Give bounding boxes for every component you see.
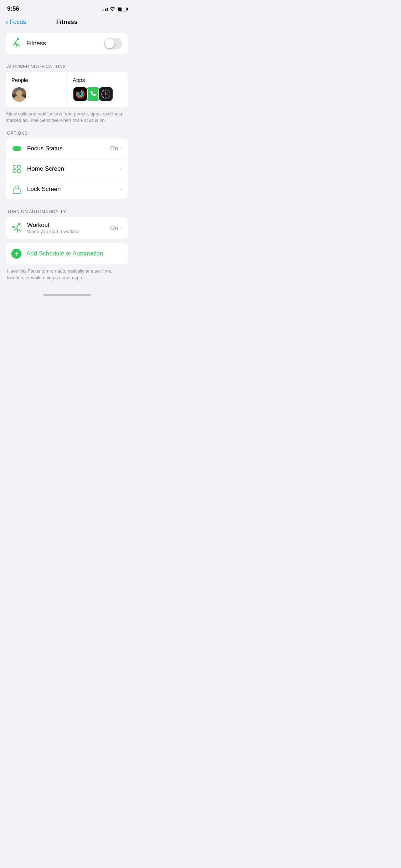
people-chevron-icon: › (29, 77, 30, 83)
lock-screen-row[interactable]: Lock Screen › (6, 179, 128, 199)
fitness-label: Fitness (26, 40, 46, 47)
clock-app-icon (98, 87, 113, 102)
fitness-toggle[interactable] (104, 38, 122, 49)
avatar-image (12, 87, 26, 102)
svg-point-22 (18, 223, 20, 225)
battery-icon (118, 7, 127, 11)
focus-status-row[interactable]: Focus Status On › (6, 139, 128, 159)
notifications-description: Allow calls and notifications from peopl… (6, 111, 128, 124)
auto-section-label: TURN ON AUTOMATICALLY (6, 209, 128, 214)
toggle-knob (105, 39, 114, 48)
apps-header: Apps › (73, 77, 122, 83)
home-screen-chevron-icon: › (120, 166, 122, 172)
app-icons-list (73, 87, 122, 102)
workout-chevron-icon: › (120, 225, 122, 231)
focus-status-value: On (110, 145, 118, 152)
home-screen-icon (11, 164, 22, 174)
add-schedule-label: Add Schedule or Automation (26, 250, 103, 257)
auto-description: Have this Focus turn on automatically at… (6, 268, 128, 281)
home-screen-row[interactable]: Home Screen › (6, 159, 128, 179)
svg-rect-17 (13, 165, 16, 168)
apps-label: Apps (73, 77, 85, 83)
lock-screen-label: Lock Screen (27, 186, 120, 193)
workout-text: Workout When you start a workout (27, 222, 110, 234)
workout-title: Workout (27, 222, 110, 229)
fitness-app-icon (73, 87, 88, 102)
back-chevron-icon: ‹ (6, 19, 8, 26)
home-screen-label: Home Screen (27, 165, 120, 172)
page-title: Fitness (56, 19, 78, 26)
workout-value: On (110, 224, 118, 232)
status-bar: 9:56 (0, 0, 134, 16)
people-label: People (11, 77, 28, 83)
back-button[interactable]: ‹ Focus (6, 19, 26, 26)
fitness-card-left: Fitness (11, 38, 46, 49)
add-schedule-card[interactable]: + Add Schedule or Automation (6, 243, 128, 264)
lock-screen-icon (11, 184, 22, 195)
workout-card: Workout When you start a workout On › (6, 217, 128, 239)
signal-icon (101, 7, 108, 11)
focus-status-chevron-icon: › (120, 145, 122, 152)
workout-row[interactable]: Workout When you start a workout On › (6, 217, 128, 239)
notifications-card: People › Apps › (6, 72, 128, 107)
apps-chevron-icon: › (86, 77, 87, 83)
status-time: 9:56 (7, 5, 19, 12)
home-indicator (0, 291, 134, 297)
options-section-label: OPTIONS (6, 131, 128, 136)
apps-section[interactable]: Apps › (67, 72, 128, 107)
people-section[interactable]: People › (6, 72, 67, 107)
workout-subtitle: When you start a workout (27, 229, 110, 234)
svg-point-13 (106, 94, 107, 95)
main-content: Fitness ALLOWED NOTIFICATIONS People › A… (0, 30, 134, 291)
fitness-toggle-card: Fitness (6, 33, 128, 54)
svg-rect-18 (17, 165, 20, 168)
status-icons (101, 7, 127, 11)
svg-point-1 (76, 89, 85, 99)
workout-icon (11, 223, 22, 233)
svg-rect-19 (13, 170, 16, 172)
svg-point-16 (15, 146, 19, 151)
options-card: Focus Status On › Home Screen › (6, 139, 128, 199)
add-icon: + (11, 249, 21, 259)
focus-status-icon (11, 143, 22, 154)
wifi-icon (110, 7, 115, 11)
nav-bar: ‹ Focus Fitness (0, 16, 134, 30)
svg-point-0 (17, 38, 19, 40)
notifications-section-label: ALLOWED NOTIFICATIONS (6, 64, 128, 69)
back-label: Focus (10, 19, 26, 26)
people-header: People › (11, 77, 61, 83)
home-bar (43, 294, 91, 296)
focus-status-label: Focus Status (27, 145, 110, 152)
lock-screen-chevron-icon: › (120, 186, 122, 192)
svg-rect-21 (13, 189, 20, 193)
people-avatars (11, 87, 61, 102)
svg-rect-20 (17, 170, 20, 172)
avatar (11, 87, 27, 102)
fitness-run-icon (11, 38, 22, 49)
